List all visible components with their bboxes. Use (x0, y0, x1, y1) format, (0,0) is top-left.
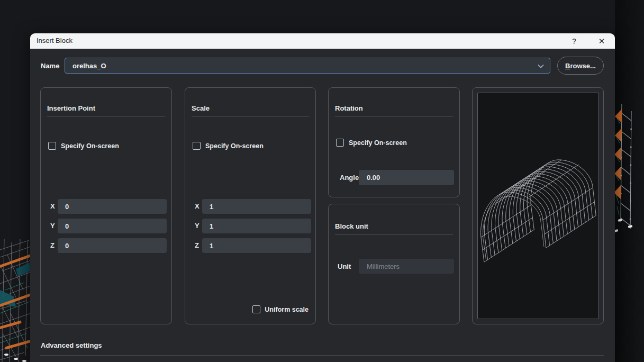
insertion-point-title: Insertion Point (47, 104, 95, 112)
specify-on-screen-label: Specify On-screen (61, 142, 119, 150)
insertion-y-row: Y (41, 219, 171, 233)
angle-row: Angle (329, 170, 459, 185)
scale-y-row: Y (185, 219, 315, 233)
rotation-title: Rotation (335, 104, 363, 112)
block-name-combobox[interactable]: orelhas_O (65, 58, 550, 74)
block-preview-panel (472, 87, 604, 324)
rotation-specify-checkbox[interactable]: Specify On-screen (336, 139, 407, 147)
insertion-z-input[interactable] (58, 238, 167, 253)
z-label: Z (50, 241, 55, 249)
angle-label: Angle (340, 174, 359, 182)
cad-scaffold-model-left (0, 239, 32, 362)
scale-z-row: Z (185, 238, 315, 253)
name-label: Name (41, 62, 59, 70)
checkbox-icon[interactable] (336, 139, 344, 147)
rotation-group: Rotation Specify On-screen Angle (328, 87, 460, 197)
uniform-scale-checkbox[interactable]: Uniform scale (252, 305, 309, 313)
scale-x-row: X (185, 199, 315, 214)
z-label: Z (195, 241, 199, 249)
cad-scaffold-tower-right (614, 101, 638, 234)
scale-y-input[interactable] (202, 219, 311, 233)
block-name-value: orelhas_O (72, 62, 106, 70)
insertion-y-input[interactable] (58, 219, 167, 233)
checkbox-icon[interactable] (48, 142, 56, 150)
scale-specify-checkbox[interactable]: Specify On-screen (193, 142, 264, 150)
block-unit-group: Block unit Unit (328, 204, 460, 324)
angle-input[interactable] (359, 170, 454, 185)
dialog-titlebar[interactable]: Insert Block ? ✕ (30, 33, 615, 49)
unit-input (359, 259, 454, 274)
divider (335, 116, 453, 116)
scale-group: Scale Specify On-screen X Y Z Uniform sc… (185, 87, 316, 324)
block-unit-title: Block unit (335, 222, 368, 230)
x-label: X (50, 202, 55, 210)
insertion-z-row: Z (41, 238, 171, 253)
scale-x-input[interactable] (202, 199, 311, 214)
dialog-title: Insert Block (37, 37, 72, 44)
browse-button[interactable]: Browse... (557, 57, 604, 75)
divider (192, 116, 309, 116)
chevron-down-icon (538, 64, 544, 68)
unit-label: Unit (338, 263, 351, 270)
scale-title: Scale (192, 104, 210, 112)
insertion-point-specify-checkbox[interactable]: Specify On-screen (48, 142, 119, 150)
advanced-settings-toggle[interactable]: Advanced settings (41, 341, 102, 349)
specify-on-screen-label: Specify On-screen (349, 139, 407, 147)
divider (47, 116, 165, 116)
x-label: X (195, 202, 199, 210)
insertion-x-input[interactable] (58, 199, 167, 214)
block-preview-viewport (477, 93, 599, 319)
insertion-x-row: X (41, 199, 171, 214)
checkbox-icon[interactable] (193, 142, 201, 150)
insertion-point-group: Insertion Point Specify On-screen X Y Z (40, 87, 172, 324)
help-button[interactable]: ? (568, 35, 580, 47)
specify-on-screen-label: Specify On-screen (205, 142, 264, 150)
block-preview-wireframe (478, 93, 598, 319)
browse-label: rowse... (570, 62, 595, 70)
close-button[interactable]: ✕ (596, 35, 607, 47)
y-label: Y (195, 222, 199, 230)
divider (40, 355, 604, 356)
y-label: Y (50, 222, 55, 230)
uniform-scale-label: Uniform scale (265, 306, 309, 313)
unit-row: Unit (329, 259, 459, 274)
scale-z-input[interactable] (202, 238, 311, 253)
divider (335, 234, 453, 234)
checkbox-icon[interactable] (252, 305, 260, 313)
insert-block-dialog: Insert Block ? ✕ Name orelhas_O Browse..… (30, 33, 615, 362)
